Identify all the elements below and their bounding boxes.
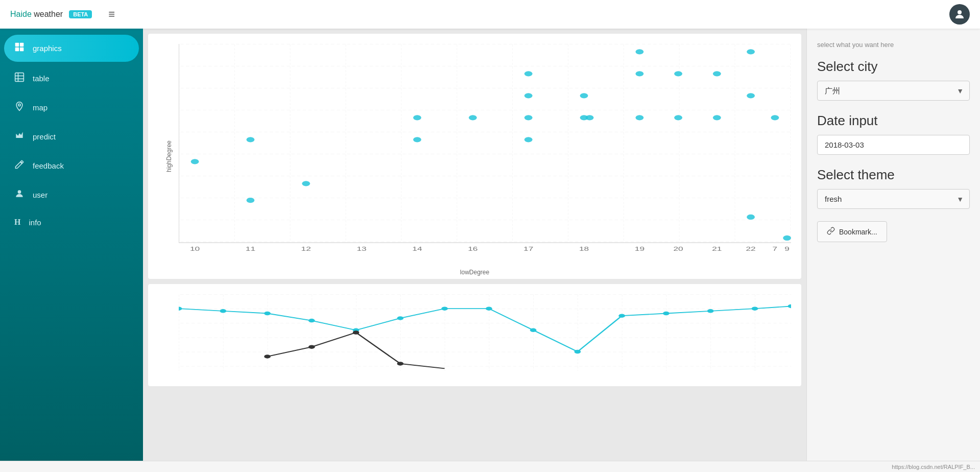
svg-point-62 xyxy=(771,115,779,120)
logo-weather: weather xyxy=(32,10,63,18)
svg-rect-3 xyxy=(15,48,19,52)
svg-text:9: 9 xyxy=(784,246,790,252)
svg-point-51 xyxy=(586,115,594,120)
sidebar-label-user: user xyxy=(33,191,47,199)
sidebar-item-predict[interactable]: predict xyxy=(0,122,143,151)
chart-area: highDegree lowDegree 28 xyxy=(143,29,806,461)
svg-point-45 xyxy=(524,71,533,76)
line-chart-container: 25 20 xyxy=(148,284,801,386)
logo: Haide weather xyxy=(10,10,63,19)
svg-point-68 xyxy=(308,319,315,323)
svg-point-60 xyxy=(747,93,755,98)
svg-point-42 xyxy=(413,137,421,142)
svg-point-43 xyxy=(413,115,421,120)
svg-point-82 xyxy=(353,331,360,335)
svg-point-55 xyxy=(674,71,682,76)
sidebar-item-info[interactable]: H info xyxy=(0,209,143,235)
svg-point-47 xyxy=(524,115,533,120)
bookmark-label: Bookmark... xyxy=(839,228,877,236)
svg-point-58 xyxy=(713,115,721,120)
bookmark-button[interactable]: Bookmark... xyxy=(817,221,887,242)
svg-text:16: 16 xyxy=(468,246,477,252)
main-layout: graphics table map predict feedback xyxy=(0,29,980,461)
info-icon: H xyxy=(14,218,20,227)
svg-text:13: 13 xyxy=(356,246,366,252)
svg-point-66 xyxy=(220,309,226,313)
svg-point-48 xyxy=(524,137,533,142)
city-select-wrapper: 广州 北京 上海 深圳 ▼ xyxy=(817,81,970,101)
city-select[interactable]: 广州 北京 上海 深圳 xyxy=(817,81,970,101)
sidebar-item-graphics[interactable]: graphics xyxy=(4,35,139,62)
sidebar-label-info: info xyxy=(29,218,41,227)
theme-select[interactable]: fresh dark light xyxy=(817,189,970,209)
hint-text: select what you want here xyxy=(817,41,970,49)
svg-point-78 xyxy=(752,306,758,311)
svg-point-39 xyxy=(247,137,255,142)
svg-text:10: 10 xyxy=(190,246,200,252)
svg-rect-1 xyxy=(15,43,19,47)
svg-text:12: 12 xyxy=(301,246,311,252)
svg-point-77 xyxy=(707,309,714,313)
header: Haide weather BETA ≡ xyxy=(0,0,980,29)
right-panel: select what you want here Select city 广州… xyxy=(806,29,980,461)
svg-text:11: 11 xyxy=(246,246,255,252)
sidebar-label-table: table xyxy=(33,74,50,83)
status-url: https://blog.csdn.net/RALPIF_B... xyxy=(892,464,975,470)
svg-point-41 xyxy=(302,181,310,186)
svg-point-38 xyxy=(191,159,199,164)
svg-text:22: 22 xyxy=(746,246,755,252)
beta-badge: BETA xyxy=(69,10,92,18)
svg-rect-64 xyxy=(179,294,791,371)
logo-haide: Haide xyxy=(10,10,32,18)
bookmark-icon xyxy=(827,227,835,237)
svg-point-59 xyxy=(747,49,755,54)
sidebar: graphics table map predict feedback xyxy=(0,29,143,461)
theme-section-title: Select theme xyxy=(817,167,970,183)
scatter-y-label: highDegree xyxy=(165,140,173,172)
graphics-icon xyxy=(14,42,25,55)
svg-point-81 xyxy=(308,345,315,349)
map-icon xyxy=(14,101,25,114)
svg-point-71 xyxy=(441,306,448,311)
content-area: highDegree lowDegree 28 xyxy=(143,29,980,461)
hamburger-icon[interactable]: ≡ xyxy=(108,8,115,21)
sidebar-item-map[interactable]: map xyxy=(0,93,143,122)
header-left: Haide weather BETA ≡ xyxy=(10,8,115,21)
sidebar-item-feedback[interactable]: feedback xyxy=(0,151,143,180)
svg-rect-11 xyxy=(179,44,791,243)
svg-text:19: 19 xyxy=(635,246,644,252)
svg-text:21: 21 xyxy=(712,246,722,252)
svg-text:18: 18 xyxy=(579,246,589,252)
svg-point-56 xyxy=(674,115,682,120)
svg-point-70 xyxy=(397,316,404,320)
sidebar-label-feedback: feedback xyxy=(33,161,64,170)
avatar[interactable] xyxy=(949,4,970,25)
svg-point-53 xyxy=(636,71,644,76)
svg-rect-5 xyxy=(15,73,24,82)
svg-point-73 xyxy=(530,328,537,333)
svg-point-52 xyxy=(636,49,644,54)
scatter-x-label: lowDegree xyxy=(460,269,489,276)
svg-rect-2 xyxy=(20,43,24,47)
svg-point-44 xyxy=(469,115,477,120)
sidebar-label-graphics: graphics xyxy=(33,44,62,53)
sidebar-label-map: map xyxy=(33,103,47,112)
date-section-title: Date input xyxy=(817,113,970,129)
user-icon xyxy=(14,188,25,201)
svg-point-83 xyxy=(397,362,404,366)
status-bar: https://blog.csdn.net/RALPIF_B... xyxy=(0,461,980,472)
city-section-title: Select city xyxy=(817,59,970,75)
svg-point-54 xyxy=(636,115,644,120)
table-icon xyxy=(14,72,25,85)
svg-point-49 xyxy=(580,93,588,98)
svg-point-9 xyxy=(18,104,20,106)
svg-point-80 xyxy=(264,355,271,359)
date-input[interactable] xyxy=(817,135,970,155)
svg-point-76 xyxy=(663,312,670,316)
svg-point-74 xyxy=(575,350,581,354)
scatter-chart-svg: 28 27 26 25 24 22 21 20 19 13 10 11 12 1… xyxy=(179,44,791,264)
sidebar-item-user[interactable]: user xyxy=(0,180,143,209)
scatter-chart-container: highDegree lowDegree 28 xyxy=(148,34,801,279)
sidebar-item-table[interactable]: table xyxy=(0,64,143,93)
svg-point-57 xyxy=(713,71,721,76)
